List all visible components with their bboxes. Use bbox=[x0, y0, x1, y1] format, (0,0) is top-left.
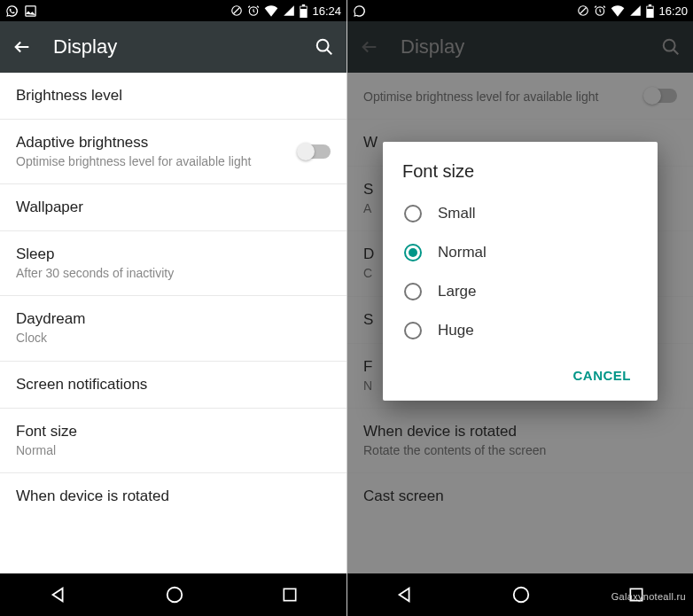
nav-home-icon[interactable] bbox=[165, 585, 184, 604]
no-sim-icon bbox=[577, 4, 589, 17]
option-small[interactable]: Small bbox=[402, 194, 638, 233]
svg-point-7 bbox=[167, 588, 182, 603]
nav-back-icon[interactable] bbox=[395, 585, 415, 604]
wifi-icon bbox=[264, 4, 278, 17]
option-normal[interactable]: Normal bbox=[402, 233, 638, 272]
wifi-icon bbox=[611, 4, 625, 17]
whatsapp-icon bbox=[5, 4, 19, 18]
search-icon[interactable] bbox=[315, 37, 334, 57]
row-sublabel: After 30 seconds of inactivity bbox=[16, 265, 331, 281]
svg-line-10 bbox=[580, 8, 587, 14]
row-label: When device is rotated bbox=[16, 487, 331, 505]
nav-recent-icon[interactable] bbox=[281, 586, 299, 604]
watermark: Galaxynoteall.ru bbox=[611, 591, 686, 602]
svg-rect-8 bbox=[284, 589, 295, 600]
row-when-rotated[interactable]: When device is rotated bbox=[0, 473, 346, 519]
nav-back-icon[interactable] bbox=[49, 585, 68, 604]
clock-time: 16:20 bbox=[658, 4, 688, 18]
row-brightness-level[interactable]: Brightness level bbox=[0, 73, 346, 120]
status-bar: 16:20 bbox=[347, 0, 693, 21]
toolbar: Display bbox=[347, 21, 693, 73]
row-label: When device is rotated bbox=[363, 423, 677, 441]
nav-home-icon[interactable] bbox=[511, 585, 531, 604]
status-bar: 16:24 bbox=[0, 0, 346, 21]
row-when-rotated: When device is rotatedRotate the content… bbox=[347, 409, 693, 473]
battery-icon bbox=[646, 4, 654, 18]
row-sleep[interactable]: Sleep After 30 seconds of inactivity bbox=[0, 231, 346, 296]
row-cast-screen: Cast screen bbox=[347, 473, 693, 519]
row-adaptive-brightness[interactable]: Adaptive brightness Optimise brightness … bbox=[0, 120, 346, 184]
svg-line-14 bbox=[674, 50, 679, 55]
font-size-dialog: Font size Small Normal Large Huge CANCEL bbox=[383, 142, 658, 401]
option-label: Normal bbox=[438, 244, 487, 261]
signal-icon bbox=[283, 4, 295, 17]
radio-icon bbox=[404, 322, 422, 339]
adaptive-brightness-switch bbox=[645, 89, 677, 103]
svg-line-6 bbox=[327, 50, 332, 55]
radio-icon bbox=[404, 205, 422, 222]
row-label: Adaptive brightness bbox=[16, 134, 288, 152]
row-label: Screen notifications bbox=[16, 376, 331, 394]
option-label: Small bbox=[438, 205, 476, 222]
radio-icon bbox=[404, 244, 422, 261]
row-label: Sleep bbox=[16, 246, 331, 263]
row-label: Brightness level bbox=[16, 87, 331, 105]
signal-icon bbox=[629, 4, 642, 17]
svg-point-15 bbox=[514, 588, 529, 603]
row-sublabel: Optimise brightness level for available … bbox=[16, 153, 288, 169]
row-label: Wallpaper bbox=[16, 199, 331, 216]
settings-list: Brightness level Adaptive brightness Opt… bbox=[0, 73, 346, 573]
page-title: Display bbox=[401, 35, 640, 58]
picture-icon bbox=[24, 4, 37, 18]
option-label: Huge bbox=[438, 322, 474, 339]
back-icon[interactable] bbox=[12, 37, 32, 57]
row-wallpaper[interactable]: Wallpaper bbox=[0, 184, 346, 231]
option-label: Large bbox=[438, 283, 476, 300]
cancel-button[interactable]: CANCEL bbox=[566, 359, 639, 392]
alarm-icon bbox=[247, 4, 260, 17]
phone-left: 16:24 Display Brightness level Adaptive … bbox=[0, 0, 346, 616]
dialog-title: Font size bbox=[402, 161, 638, 182]
svg-rect-12 bbox=[648, 6, 654, 9]
toolbar: Display bbox=[0, 21, 346, 73]
row-label: Cast screen bbox=[363, 487, 677, 505]
svg-line-2 bbox=[234, 8, 240, 14]
option-huge[interactable]: Huge bbox=[402, 311, 638, 350]
back-icon[interactable] bbox=[360, 37, 379, 57]
battery-icon bbox=[300, 4, 308, 18]
radio-icon bbox=[404, 283, 422, 300]
row-label: Daydream bbox=[16, 310, 331, 328]
row-sublabel: Optimise brightness level for available … bbox=[363, 89, 635, 105]
no-sim-icon bbox=[230, 4, 243, 17]
row-sublabel: Rotate the contents of the screen bbox=[363, 442, 677, 458]
svg-rect-4 bbox=[301, 6, 308, 9]
whatsapp-icon bbox=[353, 4, 366, 18]
row-screen-notifications[interactable]: Screen notifications bbox=[0, 362, 346, 409]
svg-point-5 bbox=[317, 40, 329, 51]
row-font-size[interactable]: Font size Normal bbox=[0, 409, 346, 473]
search-icon[interactable] bbox=[661, 37, 681, 57]
row-sublabel: Normal bbox=[16, 442, 331, 458]
row-label: Font size bbox=[16, 423, 331, 441]
adaptive-brightness-switch[interactable] bbox=[299, 144, 331, 159]
alarm-icon bbox=[594, 4, 606, 17]
option-large[interactable]: Large bbox=[402, 272, 638, 311]
page-title: Display bbox=[53, 35, 293, 58]
row-sublabel: Clock bbox=[16, 330, 331, 346]
nav-bar bbox=[0, 573, 346, 616]
svg-point-13 bbox=[664, 40, 675, 51]
row-adaptive-brightness: Optimise brightness level for available … bbox=[347, 73, 693, 120]
clock-time: 16:24 bbox=[312, 4, 341, 18]
phone-right: 16:20 Display Optimise brightness level … bbox=[346, 0, 693, 616]
row-daydream[interactable]: Daydream Clock bbox=[0, 296, 346, 361]
